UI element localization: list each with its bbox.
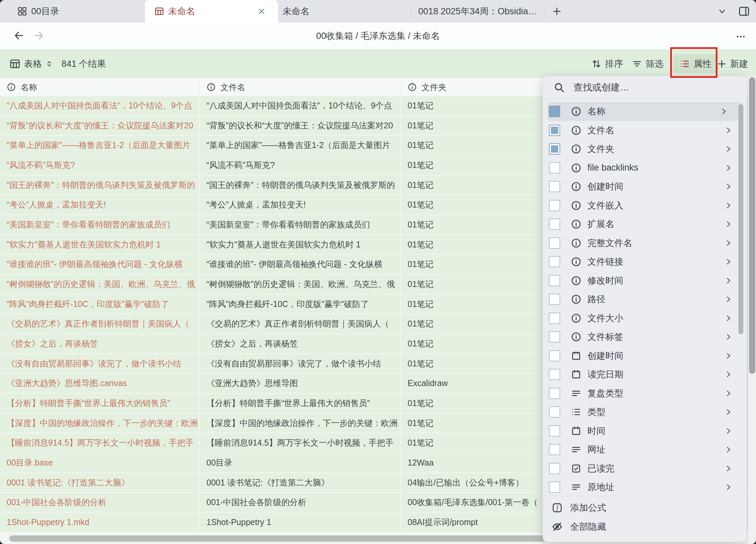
property-item[interactable]: 文件名 xyxy=(543,121,747,140)
property-item[interactable]: 文件嵌入 xyxy=(543,196,747,215)
checkbox-unchecked[interactable] xyxy=(549,406,560,418)
cell-name[interactable]: 1Shot-Puppetry 1.mkd xyxy=(0,513,200,532)
chevron-right-icon[interactable] xyxy=(724,201,733,210)
property-item[interactable]: 创建时间 xyxy=(543,346,747,365)
cell-name[interactable]: "软实力"奠基人逝世在美国软实力危机时 1 xyxy=(0,235,200,254)
chevron-right-icon[interactable] xyxy=(724,408,733,416)
property-item[interactable]: 名称 xyxy=(548,102,743,121)
property-item[interactable]: 修改时间 xyxy=(543,271,747,290)
column-header-filename[interactable]: 文件名 xyxy=(200,78,401,96)
cell-filename[interactable]: “八成美国人对中国持负面看法”，10个结论、9个点 xyxy=(200,96,401,115)
cell-name[interactable]: “考公”人掀桌，孟加拉变天! xyxy=(0,195,200,214)
checkbox-unchecked[interactable] xyxy=(549,369,560,380)
tab-untitled-active[interactable]: 未命名 xyxy=(145,0,278,23)
cell-filename[interactable]: 《没有自由贸易那回事》读完了，做个读书小结 xyxy=(200,354,401,373)
cell-name[interactable]: 《捞女》之后，再谈杨笠 xyxy=(0,334,200,353)
cell-filename[interactable]: “谁接谁的班”- 伊朗最高领袖换代问题 - 文化纵横 xyxy=(200,255,401,274)
cell-filename[interactable]: 《亚洲大趋势》思维导图 xyxy=(200,374,401,393)
cell-name[interactable]: 【睡前消息914.5】两万字长文一小时视频，手把手 xyxy=(0,433,200,453)
property-item[interactable]: 扩展名 xyxy=(543,215,747,234)
checkbox-checked[interactable] xyxy=(549,125,560,136)
hide-all-button[interactable]: 全部隐藏 xyxy=(543,517,747,536)
chevron-right-icon[interactable] xyxy=(724,427,733,435)
cell-name[interactable]: 《亚洲大趋势》思维导图.canvas xyxy=(0,374,200,393)
checkbox-unchecked[interactable] xyxy=(549,481,560,493)
cell-filename[interactable]: 1Shot-Puppetry 1 xyxy=(200,513,401,532)
chevron-right-icon[interactable] xyxy=(724,351,733,360)
cell-name[interactable]: “树倒猢狲散”的历史逻辑：美国、欧洲、乌克兰、俄 xyxy=(0,275,200,294)
chevron-right-icon[interactable] xyxy=(724,295,733,304)
tab-0018-weekly[interactable]: 0018 2025年34周：Obsidia… xyxy=(418,0,537,23)
close-icon[interactable] xyxy=(257,7,266,16)
tab-00-directory[interactable]: 00目录 xyxy=(17,0,59,23)
search-input[interactable]: 查找或创建… xyxy=(543,76,747,99)
chevron-right-icon[interactable] xyxy=(724,370,733,379)
cell-name[interactable]: “背叛”的议长和“大度”的懂王：众议院援乌法案对20 xyxy=(0,116,200,135)
cell-name[interactable]: “八成美国人对中国持负面看法”，10个结论、9个点 xyxy=(0,96,200,115)
chevron-right-icon[interactable] xyxy=(724,182,733,191)
add-formula-button[interactable]: f 添加公式 xyxy=(543,498,747,517)
panel-scrollbar-thumb[interactable] xyxy=(738,104,743,334)
checkbox-unchecked[interactable] xyxy=(549,256,560,267)
chevron-right-icon[interactable] xyxy=(724,464,733,473)
chevron-right-icon[interactable] xyxy=(724,389,733,398)
chevron-right-icon[interactable] xyxy=(724,445,733,454)
property-item[interactable]: 读完日期 xyxy=(543,365,747,384)
cell-filename[interactable]: 《捞女》之后，再谈杨笠 xyxy=(200,334,401,353)
chevron-right-icon[interactable] xyxy=(724,220,733,228)
layout-sidebar-icon[interactable] xyxy=(738,5,750,17)
cell-name[interactable]: “阵风”肉身拦截歼-10C，印度版"赢学"破防了 xyxy=(0,295,200,314)
property-item[interactable]: 路径 xyxy=(543,290,747,309)
cell-filename[interactable]: 0001 读书笔记:《打造第二大脑》 xyxy=(200,473,401,492)
property-item[interactable]: 类型 xyxy=(543,403,747,422)
chevron-right-icon[interactable] xyxy=(719,107,728,116)
chevron-right-icon[interactable] xyxy=(724,257,733,266)
new-item-button[interactable]: 新建 xyxy=(717,49,748,78)
cell-name[interactable]: “菜单上的国家”——格鲁吉亚1-2（后面是大量图片 xyxy=(0,136,200,155)
cell-filename[interactable]: “美国新皇室”：带你看看特朗普的家族成员们 xyxy=(200,215,401,234)
chevron-right-icon[interactable] xyxy=(724,276,733,285)
chevron-right-icon[interactable] xyxy=(724,239,733,247)
cell-name[interactable]: 《交易的艺术》真正作者剖析特朗普｜美国病人（ xyxy=(0,314,200,334)
cell-name[interactable]: 《没有自由贸易那回事》读完了，做个读书小结 xyxy=(0,354,200,373)
cell-name[interactable]: 【分析】特朗普手撕“世界上最伟大的销售员” xyxy=(0,394,200,413)
cell-filename[interactable]: “菜单上的国家”——格鲁吉亚1-2（后面是大量图片 xyxy=(200,136,401,155)
checkbox-unchecked[interactable] xyxy=(549,313,560,324)
property-item[interactable]: 时间 xyxy=(543,422,747,441)
checkbox-unchecked[interactable] xyxy=(549,463,560,474)
checkbox-checked[interactable] xyxy=(549,143,560,155)
checkbox-checked[interactable] xyxy=(549,106,560,117)
chevron-right-icon[interactable] xyxy=(724,126,733,135)
cell-filename[interactable]: 00目录 xyxy=(200,453,401,473)
column-header-name[interactable]: 名称 xyxy=(0,78,200,96)
cell-name[interactable]: 【深度】中国的地缘政治操作，下一步的关键：欧洲 xyxy=(0,414,200,433)
sort-button[interactable]: 排序 xyxy=(591,49,623,78)
cell-filename[interactable]: 【睡前消息914.5】两万字长文一小时视频，手把手 xyxy=(200,433,401,453)
chevron-right-icon[interactable] xyxy=(724,164,733,172)
property-item[interactable]: 复盘类型 xyxy=(543,384,747,403)
cell-filename[interactable]: “阵风”肉身拦截歼-10C，印度版"赢学"破防了 xyxy=(200,295,401,314)
checkbox-unchecked[interactable] xyxy=(549,275,560,286)
property-item[interactable]: file backlinks xyxy=(543,159,747,178)
chevron-down-icon[interactable] xyxy=(717,7,727,16)
cell-filename[interactable]: “考公”人掀桌，孟加拉变天! xyxy=(200,195,401,214)
view-type-selector[interactable]: 表格 xyxy=(9,49,53,78)
property-item[interactable]: 原地址 xyxy=(543,478,747,497)
cell-name[interactable]: 001-中国社会各阶级的分析 xyxy=(0,493,200,512)
cell-filename[interactable]: “风流不羁”马斯克? xyxy=(200,156,401,175)
property-item[interactable]: 文件夹 xyxy=(543,140,747,159)
cell-filename[interactable]: “国王的裸奔”：特朗普的俄乌谈判失策及被俄罗斯的 xyxy=(200,176,401,195)
vertical-scrollbar-thumb[interactable] xyxy=(749,77,755,374)
checkbox-unchecked[interactable] xyxy=(549,200,560,211)
checkbox-unchecked[interactable] xyxy=(549,425,560,437)
chevron-right-icon[interactable] xyxy=(724,483,733,491)
checkbox-unchecked[interactable] xyxy=(549,181,560,192)
chevron-right-icon[interactable] xyxy=(724,145,733,153)
cell-filename[interactable]: 【分析】特朗普手撕“世界上最伟大的销售员” xyxy=(200,394,401,413)
property-item[interactable]: 文件大小 xyxy=(543,309,747,328)
cell-name[interactable]: “美国新皇室”：带你看看特朗普的家族成员们 xyxy=(0,215,200,234)
checkbox-unchecked[interactable] xyxy=(549,388,560,399)
property-item[interactable]: 已读完 xyxy=(543,459,747,478)
filter-button[interactable]: 筛选 xyxy=(632,49,664,78)
checkbox-unchecked[interactable] xyxy=(549,444,560,455)
